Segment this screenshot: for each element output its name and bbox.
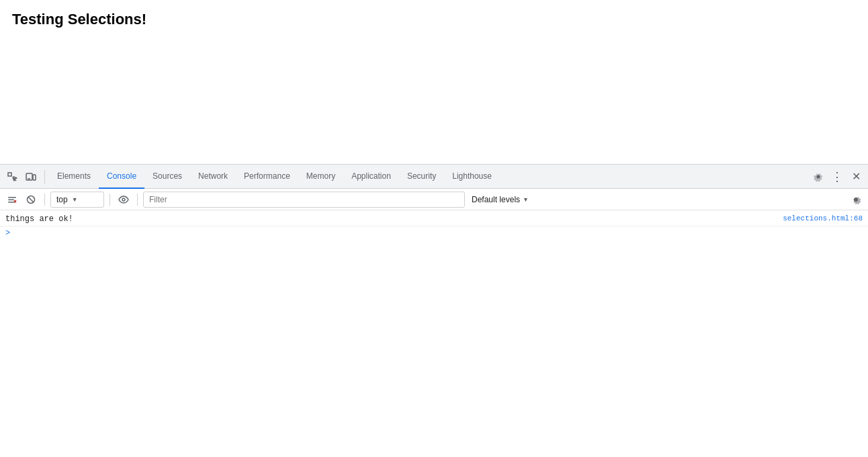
filter-input[interactable] bbox=[149, 195, 459, 204]
console-input-line[interactable]: > bbox=[0, 226, 868, 240]
tab-performance[interactable]: Performance bbox=[236, 165, 298, 189]
filter-input-container[interactable] bbox=[143, 192, 465, 208]
live-expressions-button[interactable] bbox=[116, 192, 132, 208]
inspect-element-icon[interactable] bbox=[3, 167, 21, 186]
svg-rect-0 bbox=[8, 173, 11, 176]
log-levels-arrow: ▼ bbox=[523, 196, 529, 203]
tab-sources[interactable]: Sources bbox=[144, 165, 190, 189]
devtools-settings-button[interactable] bbox=[809, 167, 828, 186]
svg-rect-5 bbox=[8, 199, 14, 200]
devtools-more-button[interactable]: ⋮ bbox=[828, 167, 847, 186]
console-log-text: things are ok! bbox=[5, 214, 777, 224]
svg-line-10 bbox=[28, 197, 34, 202]
log-levels-dropdown[interactable]: Default levels ▼ bbox=[468, 192, 533, 208]
svg-rect-2 bbox=[33, 175, 36, 180]
svg-rect-4 bbox=[8, 197, 16, 198]
tab-memory[interactable]: Memory bbox=[298, 165, 343, 189]
tab-console[interactable]: Console bbox=[99, 165, 144, 189]
tab-security[interactable]: Security bbox=[399, 165, 444, 189]
context-selector-arrow: ▼ bbox=[72, 196, 78, 203]
console-log-source[interactable]: selections.html:68 bbox=[783, 214, 863, 222]
tab-elements[interactable]: Elements bbox=[49, 165, 99, 189]
device-toolbar-icon[interactable] bbox=[21, 167, 40, 186]
page-content: Testing Selections! bbox=[0, 0, 868, 164]
console-prompt-symbol: > bbox=[5, 229, 10, 238]
console-log-entry: things are ok! selections.html:68 bbox=[0, 213, 868, 226]
console-settings-button[interactable] bbox=[848, 192, 864, 208]
devtools-tab-bar: Elements Console Sources Network Perform… bbox=[0, 165, 868, 189]
devtools-panel: Elements Console Sources Network Perform… bbox=[0, 164, 868, 457]
context-selector[interactable]: top ▼ bbox=[50, 192, 104, 208]
console-toolbar: top ▼ Default levels ▼ bbox=[0, 189, 868, 210]
svg-point-11 bbox=[122, 198, 125, 201]
clear-console-button[interactable] bbox=[4, 192, 20, 208]
block-console-button[interactable] bbox=[23, 192, 39, 208]
tab-network[interactable]: Network bbox=[190, 165, 236, 189]
tab-application[interactable]: Application bbox=[343, 165, 399, 189]
context-selector-label: top bbox=[56, 195, 68, 204]
tab-divider-1 bbox=[44, 170, 45, 183]
console-output: things are ok! selections.html:68 > bbox=[0, 210, 868, 457]
log-levels-label: Default levels bbox=[472, 195, 520, 204]
console-divider-3 bbox=[137, 194, 138, 206]
devtools-close-button[interactable]: ✕ bbox=[847, 167, 865, 186]
page-title: Testing Selections! bbox=[12, 11, 856, 28]
console-divider-2 bbox=[110, 194, 110, 206]
tab-lighthouse[interactable]: Lighthouse bbox=[444, 165, 500, 189]
console-divider-1 bbox=[44, 194, 45, 206]
